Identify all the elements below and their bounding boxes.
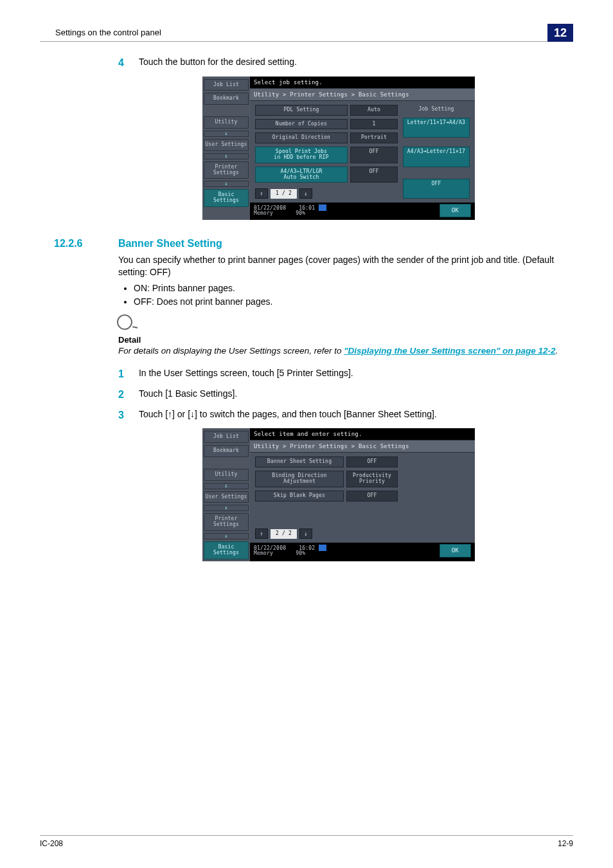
step-3: 3 Touch [↑] or [↓] to switch the pages, … — [118, 408, 559, 422]
arrow-down-icon: ↓ — [204, 483, 249, 489]
setting-row[interactable]: Spool Print Jobs in HDD before RIP OFF — [255, 147, 398, 163]
setting-value: OFF — [346, 491, 398, 502]
printer-settings-crumb[interactable]: Printer Settings — [204, 161, 249, 179]
setting-row[interactable]: Banner Sheet Setting OFF — [255, 457, 398, 467]
list-item: OFF: Does not print banner pages. — [134, 296, 559, 308]
status-icon — [319, 545, 326, 551]
basic-settings-crumb[interactable]: Basic Settings — [204, 189, 249, 207]
footer-right: 12-9 — [558, 838, 573, 849]
step-number: 1 — [118, 367, 136, 381]
page-down-button[interactable]: ↓ — [299, 529, 312, 539]
pager: ↑ 1 / 2 ↓ — [255, 188, 398, 199]
step-text: Touch the button for the desired setting… — [139, 56, 559, 68]
arrow-down-icon: ↓ — [204, 153, 249, 159]
job-setting-option[interactable]: Letter/11×17➜A4/A3 — [403, 118, 470, 138]
step-number: 2 — [118, 388, 136, 402]
note-body: For details on displaying the User Setti… — [118, 345, 559, 357]
job-setting-option[interactable]: OFF — [403, 179, 470, 199]
job-list-button[interactable]: Job List — [204, 79, 249, 91]
bullet-list: ON: Prints banner pages. OFF: Does not p… — [118, 282, 559, 308]
step-text: Touch [1 Basic Settings]. — [139, 388, 559, 400]
section-title: Banner Sheet Setting — [118, 238, 222, 249]
setting-value: OFF — [350, 147, 398, 163]
job-list-button[interactable]: Job List — [204, 431, 249, 443]
bookmark-button[interactable]: Bookmark — [204, 445, 249, 457]
setting-label: Skip Blank Pages — [255, 491, 344, 502]
job-setting-option[interactable]: A4/A3➜Letter/11×17 — [403, 147, 470, 167]
setting-label: Number of Copies — [255, 119, 348, 130]
arrow-down-icon: ↓ — [204, 533, 249, 539]
cross-ref-link[interactable]: "Displaying the User Settings screen" on… — [344, 346, 555, 356]
setting-label: Spool Print Jobs in HDD before RIP — [255, 147, 348, 163]
step-number: 4 — [118, 56, 136, 70]
device-left-panel: Job List Bookmark Utility ↓ User Setting… — [202, 77, 250, 220]
status-bar: 01/22/2008 16:02 Memory 90% — [254, 545, 326, 557]
page-footer: IC-208 12-9 — [40, 835, 573, 849]
bookmark-button[interactable]: Bookmark — [204, 93, 249, 105]
arrow-down-icon: ↓ — [204, 505, 249, 511]
right-col-head: Job Setting — [403, 105, 470, 114]
setting-label: Banner Sheet Setting — [255, 457, 344, 467]
step-1: 1 In the User Settings screen, touch [5 … — [118, 367, 559, 381]
setting-value: Productivity Priority — [346, 471, 398, 487]
device-left-panel: Job List Bookmark Utility ↓ User Setting… — [202, 428, 250, 561]
status-bar: 01/22/2008 16:01 Memory 90% — [254, 204, 326, 217]
utility-crumb[interactable]: Utility — [204, 116, 249, 129]
printer-settings-crumb[interactable]: Printer Settings — [204, 513, 249, 531]
basic-settings-crumb[interactable]: Basic Settings — [204, 541, 249, 559]
setting-value: Portrait — [350, 132, 398, 143]
ok-button[interactable]: OK — [440, 544, 471, 557]
setting-value: 1 — [350, 119, 398, 130]
section-intro: You can specify whether to print banner … — [118, 254, 559, 278]
page-up-button[interactable]: ↑ — [255, 529, 268, 539]
ok-button[interactable]: OK — [440, 204, 471, 217]
section-number: 12.2.6 — [54, 237, 116, 251]
pager: ↑ 2 / 2 ↓ — [255, 529, 398, 539]
arrow-down-icon: ↓ — [204, 131, 249, 137]
note-label: Detail — [118, 334, 559, 346]
breadcrumb: Utility > Printer Settings > Basic Setti… — [250, 88, 475, 101]
setting-row[interactable]: PDL Setting Auto — [255, 105, 398, 116]
page-indicator: 1 / 2 — [271, 189, 297, 199]
step-2: 2 Touch [1 Basic Settings]. — [118, 388, 559, 402]
section-heading: 12.2.6 Banner Sheet Setting — [54, 237, 559, 251]
setting-label: Original Direction — [255, 132, 348, 143]
running-title: Settings on the control panel — [55, 27, 161, 39]
setting-row[interactable]: Skip Blank Pages OFF — [255, 491, 398, 502]
page-down-button[interactable]: ↓ — [299, 188, 312, 199]
note-block: Detail For details on displaying the Use… — [118, 314, 559, 357]
chapter-number-box: 12 — [547, 24, 573, 42]
user-settings-crumb[interactable]: User Settings — [204, 139, 249, 151]
list-item: ON: Prints banner pages. — [134, 282, 559, 294]
magnifier-icon — [114, 311, 136, 332]
status-icon — [319, 204, 326, 211]
step-number: 3 — [118, 408, 136, 422]
setting-label: Binding Direction Adjustment — [255, 471, 344, 487]
screen-message: Select job setting. — [250, 77, 475, 88]
device-screenshot-1: Job List Bookmark Utility ↓ User Setting… — [202, 77, 475, 220]
setting-label: A4/A3⇔LTR/LGR Auto Switch — [255, 167, 348, 183]
page-indicator: 2 / 2 — [271, 529, 297, 539]
setting-row[interactable]: A4/A3⇔LTR/LGR Auto Switch OFF — [255, 167, 398, 183]
setting-row[interactable]: Original Direction Portrait — [255, 132, 398, 143]
setting-row[interactable]: Binding Direction Adjustment Productivit… — [255, 471, 398, 487]
setting-value: OFF — [350, 167, 398, 183]
step-text: Touch [↑] or [↓] to switch the pages, an… — [139, 408, 559, 420]
arrow-down-icon: ↓ — [204, 181, 249, 187]
user-settings-crumb[interactable]: User Settings — [204, 491, 249, 503]
setting-row[interactable]: Number of Copies 1 — [255, 119, 398, 130]
screen-message: Select item and enter setting. — [250, 428, 475, 440]
step-text: In the User Settings screen, touch [5 Pr… — [139, 367, 559, 379]
utility-crumb[interactable]: Utility — [204, 469, 249, 481]
setting-value: OFF — [346, 457, 398, 467]
breadcrumb: Utility > Printer Settings > Basic Setti… — [250, 440, 475, 453]
setting-value: Auto — [350, 105, 398, 116]
setting-label: PDL Setting — [255, 105, 348, 116]
page-up-button[interactable]: ↑ — [255, 188, 268, 199]
footer-left: IC-208 — [40, 838, 63, 849]
step-4: 4 Touch the button for the desired setti… — [118, 56, 559, 70]
device-screenshot-2: Job List Bookmark Utility ↓ User Setting… — [202, 428, 475, 561]
running-header: Settings on the control panel 12 — [40, 23, 573, 42]
